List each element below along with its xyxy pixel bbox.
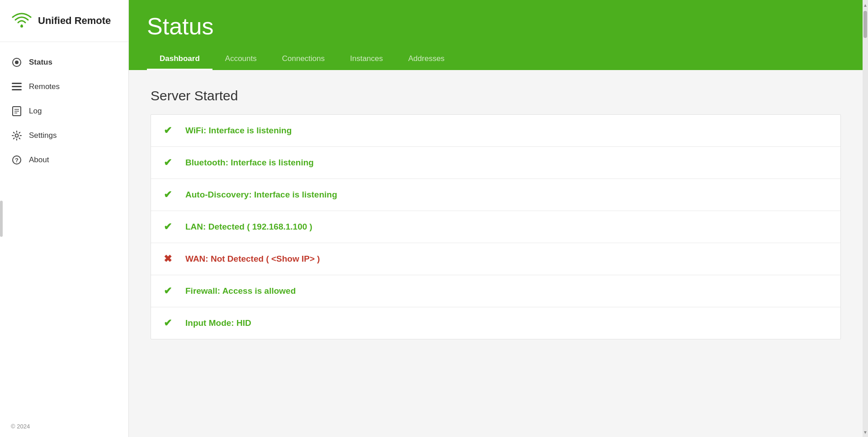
tab-dashboard[interactable]: Dashboard [147,49,212,70]
sidebar-item-status-label: Status [29,58,52,67]
sidebar-item-status[interactable]: Status [0,50,128,75]
svg-rect-5 [12,89,22,90]
sidebar: Unified Remote Status Remotes [0,0,129,437]
page-title: Status [147,13,844,40]
scroll-thumb[interactable] [863,11,867,38]
scroll-up-arrow[interactable]: ▲ [863,1,868,9]
status-list: ✔ WiFi: Interface is listening ✔ Bluetoo… [151,114,841,339]
inputmode-check-icon: ✔ [164,317,176,329]
svg-point-2 [15,61,19,64]
status-item-lan: ✔ LAN: Detected ( 192.168.1.100 ) [151,211,840,243]
about-nav-icon: ? [11,154,23,166]
sidebar-item-remotes[interactable]: Remotes [0,75,128,99]
svg-text:?: ? [15,157,19,164]
page-scrollbar[interactable]: ▲ ▼ [863,0,868,437]
wifi-status-text: WiFi: Interface is listening [185,126,292,136]
sidebar-item-remotes-label: Remotes [29,82,60,91]
log-nav-icon [11,105,23,117]
sidebar-item-settings-label: Settings [29,131,57,140]
tab-bar: Dashboard Accounts Connections Instances… [147,49,844,70]
status-nav-icon [11,56,23,68]
status-item-bluetooth: ✔ Bluetooth: Interface is listening [151,147,840,179]
tab-accounts[interactable]: Accounts [212,49,269,70]
wan-status-text: WAN: Not Detected ( <Show IP> ) [185,254,320,264]
svg-point-10 [15,134,19,137]
bluetooth-check-icon: ✔ [164,157,176,169]
settings-nav-icon [11,130,23,141]
copyright: © 2024 [0,416,128,437]
firewall-check-icon: ✔ [164,285,176,297]
sidebar-scrollbar[interactable] [0,201,3,237]
remotes-nav-icon [11,81,23,93]
page-header: Status Dashboard Accounts Connections In… [129,0,863,70]
sidebar-item-about[interactable]: ? About [0,148,128,172]
sidebar-nav: Status Remotes [0,42,128,416]
svg-point-0 [20,25,23,28]
autodiscovery-check-icon: ✔ [164,189,176,201]
sidebar-item-settings[interactable]: Settings [0,123,128,148]
server-status-title: Server Started [151,88,841,103]
tab-connections[interactable]: Connections [269,49,338,70]
app-logo: Unified Remote [0,0,128,42]
scroll-down-arrow[interactable]: ▼ [863,428,868,436]
main-content: Status Dashboard Accounts Connections In… [129,0,863,437]
status-item-inputmode: ✔ Input Mode: HID [151,307,840,339]
bluetooth-status-text: Bluetooth: Interface is listening [185,158,314,168]
inputmode-status-text: Input Mode: HID [185,318,251,328]
wan-cross-icon: ✖ [164,253,176,265]
lan-status-text: LAN: Detected ( 192.168.1.100 ) [185,222,312,232]
status-item-wan: ✖ WAN: Not Detected ( <Show IP> ) [151,243,840,275]
wifi-check-icon: ✔ [164,125,176,136]
svg-rect-3 [12,83,22,84]
tab-addresses[interactable]: Addresses [396,49,457,70]
svg-rect-4 [12,86,22,87]
sidebar-item-about-label: About [29,155,49,164]
logo-icon [11,10,33,32]
firewall-status-text: Firewall: Access is allowed [185,286,296,296]
autodiscovery-status-text: Auto-Discovery: Interface is listening [185,190,337,200]
status-item-autodiscovery: ✔ Auto-Discovery: Interface is listening [151,179,840,211]
sidebar-item-log-label: Log [29,107,42,116]
content-area: Server Started ✔ WiFi: Interface is list… [129,70,863,437]
sidebar-item-log[interactable]: Log [0,99,128,123]
app-title: Unified Remote [38,15,111,27]
lan-check-icon: ✔ [164,221,176,233]
tab-instances[interactable]: Instances [337,49,396,70]
status-item-wifi: ✔ WiFi: Interface is listening [151,115,840,147]
status-item-firewall: ✔ Firewall: Access is allowed [151,275,840,307]
